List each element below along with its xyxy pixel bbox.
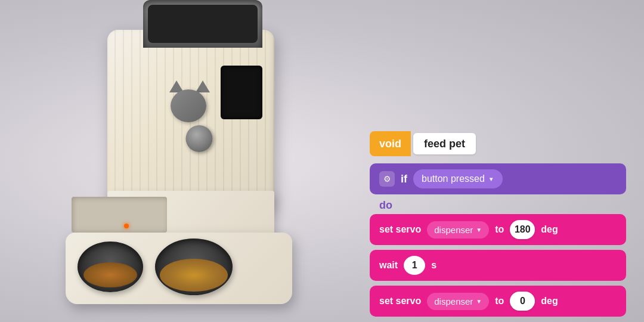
feeder-image bbox=[36, 12, 370, 316]
do-label: do bbox=[379, 199, 626, 212]
set-servo-block-1: set servo dispenser ▼ to 180 deg bbox=[370, 214, 626, 245]
wait-unit: s bbox=[431, 260, 436, 271]
feeder-screen bbox=[221, 66, 262, 119]
servo-dropdown-2[interactable]: dispenser ▼ bbox=[427, 293, 489, 310]
dial-knob bbox=[186, 125, 213, 152]
function-name[interactable]: feed pet bbox=[413, 133, 476, 154]
cat-face-circle bbox=[171, 89, 206, 122]
set-servo-label-2: set servo bbox=[379, 296, 421, 306]
servo-value-1[interactable]: 180 bbox=[510, 220, 535, 239]
wait-label: wait bbox=[379, 260, 398, 271]
bowls-base bbox=[66, 233, 292, 304]
bowl-right bbox=[155, 239, 233, 295]
bowl-right-food bbox=[160, 259, 228, 292]
led-indicator bbox=[124, 224, 129, 228]
to-label-1: to bbox=[495, 224, 504, 235]
dropdown-arrow-icon: ▼ bbox=[488, 176, 494, 182]
wait-block: wait 1 s bbox=[370, 250, 626, 281]
to-label-2: to bbox=[495, 296, 504, 306]
servo-value-2[interactable]: 0 bbox=[510, 292, 535, 311]
set-servo-label-1: set servo bbox=[379, 224, 421, 235]
feeder-body bbox=[107, 30, 274, 209]
feeder-slot bbox=[72, 197, 167, 233]
servo-dropdown-arrow-1: ▼ bbox=[476, 227, 482, 233]
void-block: void feed pet bbox=[370, 131, 626, 156]
bowl-left-food bbox=[83, 262, 137, 287]
set-servo-block-2: set servo dispenser ▼ to 0 deg bbox=[370, 286, 626, 317]
deg-label-1: deg bbox=[541, 224, 558, 235]
if-block: ⚙ if button pressed ▼ bbox=[370, 163, 626, 194]
wait-value[interactable]: 1 bbox=[404, 256, 425, 275]
if-label: if bbox=[401, 173, 407, 185]
cat-face-decoration bbox=[165, 80, 212, 122]
servo-dropdown-label-2: dispenser bbox=[434, 296, 473, 306]
servo-dropdown-1[interactable]: dispenser ▼ bbox=[427, 221, 489, 239]
blocks-code-panel: void feed pet ⚙ if button pressed ▼ do s… bbox=[370, 131, 626, 321]
feeder-top-opening bbox=[143, 0, 262, 48]
cat-ear-right bbox=[196, 80, 210, 92]
deg-label-2: deg bbox=[541, 296, 558, 306]
gear-icon[interactable]: ⚙ bbox=[379, 171, 395, 187]
servo-dropdown-label-1: dispenser bbox=[434, 225, 473, 235]
bowl-left bbox=[78, 242, 143, 292]
condition-label: button pressed bbox=[422, 174, 485, 184]
condition-dropdown[interactable]: button pressed ▼ bbox=[413, 169, 503, 188]
servo-dropdown-arrow-2: ▼ bbox=[476, 298, 482, 305]
void-label: void bbox=[370, 131, 411, 156]
